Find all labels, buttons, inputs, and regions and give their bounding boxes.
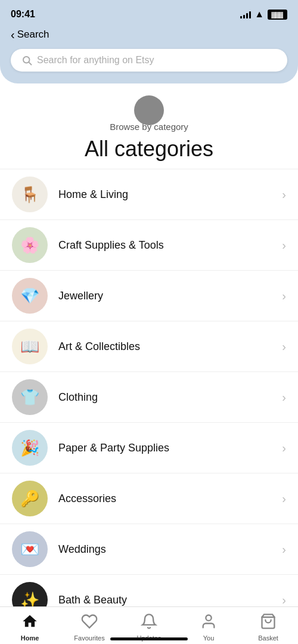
favourites-icon [81, 613, 98, 630]
category-thumb-icon: 👕 [20, 389, 39, 405]
you-icon-wrapper [200, 613, 217, 632]
category-item[interactable]: 🔑 Accessories › [0, 473, 298, 524]
category-thumb: 🎉 [12, 430, 48, 466]
category-list: 🪑 Home & Living › 🌸 Craft Supplies & Too… [0, 169, 298, 625]
category-thumb-icon: 🎉 [20, 440, 39, 456]
nav-label-home: Home [21, 634, 39, 642]
status-bar: 09:41 ▲ ▓▓▓ [0, 0, 298, 26]
category-name: Bath & Beauty [58, 594, 282, 606]
search-bar[interactable]: Search for anything on Etsy [11, 49, 287, 72]
category-chevron-icon: › [282, 492, 286, 506]
category-item[interactable]: 🌸 Craft Supplies & Tools › [0, 219, 298, 270]
category-chevron-icon: › [282, 543, 286, 556]
category-item[interactable]: 👕 Clothing › [0, 371, 298, 422]
category-name: Weddings [58, 543, 282, 556]
updates-icon [141, 613, 157, 630]
updates-icon-wrapper [141, 613, 157, 632]
category-name: Home & Living [58, 188, 282, 201]
basket-icon [260, 613, 277, 630]
category-thumb-icon: ✨ [20, 592, 39, 608]
home-icon-wrapper [21, 613, 38, 632]
category-item[interactable]: 🎉 Paper & Party Supplies › [0, 422, 298, 473]
all-categories-title: All categories [0, 132, 298, 169]
favourites-icon-wrapper [81, 613, 98, 632]
nav-label-basket: Basket [258, 634, 278, 642]
you-icon [200, 613, 217, 630]
category-thumb: 💌 [12, 531, 48, 567]
nav-bar: ‹ Search [0, 26, 298, 49]
search-icon [21, 55, 32, 66]
category-item[interactable]: 📖 Art & Collectibles › [0, 321, 298, 371]
category-thumb: 💎 [12, 278, 48, 314]
category-chevron-icon: › [282, 239, 286, 252]
nav-item-updates[interactable]: Updates [131, 613, 167, 642]
category-name: Jewellery [58, 290, 282, 302]
battery-icon: ▓▓▓ [268, 10, 287, 20]
category-name: Clothing [58, 391, 282, 404]
search-placeholder: Search for anything on Etsy [37, 55, 154, 66]
category-chevron-icon: › [282, 188, 286, 202]
category-chevron-icon: › [282, 289, 286, 303]
category-chevron-icon: › [282, 340, 286, 354]
category-thumb: 👕 [12, 379, 48, 415]
category-thumb: 🌸 [12, 227, 48, 263]
category-chevron-icon: › [282, 391, 286, 404]
status-icons: ▲ ▓▓▓ [240, 9, 287, 20]
category-thumb: 🪑 [12, 177, 48, 212]
category-thumb-icon: 🪑 [20, 187, 39, 202]
category-item[interactable]: 💎 Jewellery › [0, 270, 298, 321]
basket-icon-wrapper [260, 613, 277, 632]
category-thumb: 🔑 [12, 481, 48, 516]
category-thumb-icon: 🔑 [20, 491, 39, 506]
nav-item-you[interactable]: You [191, 613, 226, 642]
home-icon [21, 613, 38, 630]
category-thumb: 📖 [12, 329, 48, 364]
category-thumb-icon: 💎 [20, 288, 39, 304]
nav-label-you: You [203, 634, 215, 642]
status-time: 09:41 [11, 9, 35, 20]
category-item[interactable]: 💌 Weddings › [0, 524, 298, 574]
search-area: Search for anything on Etsy [0, 49, 298, 83]
nav-item-favourites[interactable]: Favourites [72, 613, 107, 642]
wifi-icon: ▲ [254, 9, 264, 20]
search-input-wrapper: Search for anything on Etsy [21, 55, 277, 66]
back-label: Search [17, 29, 49, 41]
category-name: Accessories [58, 493, 282, 505]
nav-label-updates: Updates [137, 634, 162, 642]
nav-item-home[interactable]: Home [12, 613, 48, 642]
svg-line-1 [29, 62, 31, 64]
category-thumb-icon: 🌸 [20, 237, 39, 253]
category-thumb-icon: 📖 [20, 339, 39, 354]
content: Browse by category All categories 🪑 Home… [0, 83, 298, 644]
category-name: Art & Collectibles [58, 340, 282, 353]
back-button[interactable]: ‹ Search [11, 29, 49, 41]
browse-circle [134, 95, 164, 125]
category-name: Craft Supplies & Tools [58, 239, 282, 252]
nav-label-favourites: Favourites [74, 634, 104, 642]
category-name: Paper & Party Supplies [58, 442, 282, 454]
nav-item-basket[interactable]: Basket [250, 613, 286, 642]
category-thumb-icon: 💌 [20, 541, 39, 557]
bottom-nav: Home Favourites Updates You Basket [0, 606, 298, 644]
category-item[interactable]: 🪑 Home & Living › [0, 169, 298, 219]
browse-section: Browse by category [0, 89, 298, 132]
category-chevron-icon: › [282, 441, 286, 455]
category-chevron-icon: › [282, 593, 286, 607]
back-chevron-icon: ‹ [11, 29, 15, 41]
svg-point-2 [206, 615, 211, 621]
signal-icon [240, 10, 251, 18]
